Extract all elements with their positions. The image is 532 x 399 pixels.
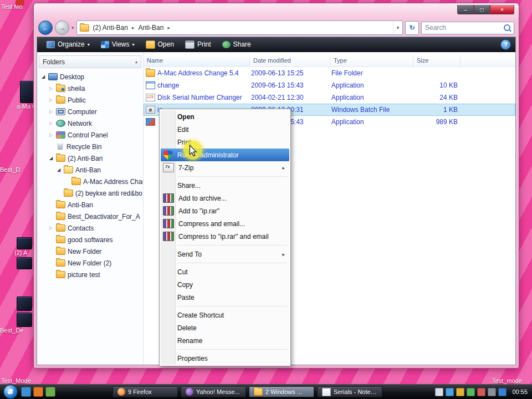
file-row[interactable]: Disk Serial Number Changer 2004-02-21 12… [144,91,515,104]
menu-item: ▸ [161,304,289,309]
tray-icon[interactable] [456,388,464,396]
menu-item[interactable]: Edit ▸ [161,123,289,136]
taskbar-button[interactable]: 9 Firefox [112,386,178,397]
tree-item[interactable]: Public [37,94,143,106]
toolbar-button[interactable]: Views ▾ [96,39,140,50]
tree-item[interactable]: Recycle Bin [37,141,143,152]
search-input[interactable]: Search [421,22,514,34]
taskbar-button[interactable]: Yahoo! Messe... [181,386,246,397]
tray-icon[interactable] [477,388,485,396]
expand-icon[interactable] [48,226,54,231]
tray-icon[interactable] [435,388,443,396]
menu-item[interactable]: Rename ▸ [161,334,289,347]
sevenzip-icon [163,163,174,172]
menu-item[interactable]: Compress and email... ▸ [161,217,289,230]
breadcrumb-item[interactable]: (2) Anti-Ban ▸ [89,21,135,34]
desktop-icon[interactable] [17,296,32,311]
refresh-button[interactable]: ↻ [405,21,419,35]
tree-item[interactable]: picture test [37,269,143,280]
tree-item[interactable]: (2) beykxe anti red&bo [37,187,143,199]
tray-icon[interactable] [446,388,454,396]
expand-icon[interactable] [40,74,46,79]
desktop-icon[interactable] [17,313,32,327]
menu-item[interactable]: Properties ▸ [161,352,289,365]
tree-item[interactable]: Contacts [37,222,143,234]
menu-item[interactable]: Print ▸ [161,136,289,149]
tray-icon[interactable] [488,388,496,396]
menu-item[interactable]: Add to archive... ▸ [161,192,289,204]
file-row[interactable]: change 2009-06-13 15:43 Application 10 K… [144,79,515,91]
start-button[interactable] [3,385,18,399]
expand-icon[interactable] [48,121,54,126]
tree-item[interactable]: Desktop [37,71,143,83]
toolbar-button[interactable]: Open ▾ [141,39,179,50]
forward-button[interactable]: → [55,21,69,35]
quick-launch-icon[interactable] [21,387,31,397]
file-type: Windows Batch File [331,106,415,114]
tree-item[interactable]: Network [37,117,143,129]
back-button[interactable]: ← [38,21,53,35]
tree-item[interactable]: sheila [37,83,143,94]
address-dropdown-icon[interactable]: ▾ [393,21,402,34]
toolbar-button[interactable]: Organize ▾ [42,39,95,50]
menu-item[interactable]: Paste ▸ [161,291,289,304]
tree-item[interactable]: Control Panel [37,129,143,141]
expand-icon[interactable] [48,86,54,91]
clock[interactable]: 00:55 [512,388,528,395]
menu-item[interactable]: Send To ▸ [161,248,289,260]
breadcrumb[interactable]: (2) Anti-Ban ▸ Anti-Ban ▸ ▾ [76,21,403,35]
expand-icon[interactable] [48,109,54,114]
menu-item[interactable]: Share... ▸ [161,179,289,192]
menu-item[interactable]: Cut ▸ [161,265,289,278]
tree-item[interactable]: New Folder (2) [37,257,143,269]
expand-icon[interactable] [48,132,54,137]
folders-header[interactable]: Folders ▴ [39,55,141,68]
tray-icon[interactable] [498,388,507,396]
column-header[interactable]: Type [330,55,413,66]
search-icon[interactable] [504,24,510,31]
expand-icon[interactable] [48,156,54,161]
expand-icon[interactable] [56,167,62,172]
history-dropdown-icon[interactable]: ▾ [71,25,74,30]
tray-icons [435,388,507,396]
tree-item[interactable]: Best_Deactivator_For_A [37,211,143,222]
menu-item[interactable]: Run as administrator ▸ [161,149,289,161]
quick-launch-icon[interactable] [45,387,55,397]
quick-launch-icon[interactable] [33,387,43,397]
titlebar[interactable]: – □ × [34,3,519,19]
menu-item[interactable]: 7-Zip ▸ [161,161,289,174]
collapse-chevron-icon[interactable]: ▴ [135,59,137,64]
menu-item[interactable]: Compress to "ip.rar" and email ▸ [161,230,289,243]
firefox-icon [117,388,125,396]
tree-item[interactable]: Computer [37,106,143,117]
column-header[interactable]: Date modified [250,55,330,66]
tree-item[interactable]: Anti-Ban [37,164,143,176]
tree-item[interactable]: (2) Anti-Ban [37,152,143,164]
taskbar-button[interactable]: Serials - Notep... [317,386,382,397]
menu-item[interactable]: Create Shortcut ▸ [161,309,289,321]
taskbar-button[interactable]: 2 Windows ... [249,386,314,397]
desktop-icon[interactable] [17,237,32,249]
menu-item[interactable]: Delete ▸ [161,321,289,334]
menu-item[interactable]: Copy ▸ [161,278,289,291]
tree-item[interactable]: good softwares [37,234,143,245]
toolbar-button[interactable]: Share ▾ [217,39,256,50]
tree-item[interactable]: A-Mac Address Char [37,176,143,187]
breadcrumb-item[interactable]: Anti-Ban ▸ [134,21,170,34]
column-header[interactable]: Size [413,55,461,66]
close-button[interactable]: × [490,5,514,14]
toolbar-button[interactable]: Print ▾ [180,39,216,50]
tray-icon[interactable] [467,388,475,396]
tree-item[interactable]: Anti-Ban [37,199,143,211]
desktop-icon[interactable] [17,257,32,269]
file-row[interactable]: A-Mac Address Change 5.4 2009-06-13 15:2… [144,67,515,79]
maximize-button[interactable]: □ [474,5,490,14]
column-header[interactable]: Name [144,55,250,66]
menu-item[interactable]: Open ▸ [161,110,289,123]
expand-icon[interactable] [48,98,54,103]
tree-item[interactable]: New Folder [37,245,143,257]
help-button[interactable]: ? [500,39,511,50]
menu-item[interactable]: Add to "ip.rar" ▸ [161,204,289,217]
minimize-button[interactable]: – [457,5,474,14]
context-menu: Open ▸ Edit ▸ Print ▸ Run as administrat… [159,109,291,366]
